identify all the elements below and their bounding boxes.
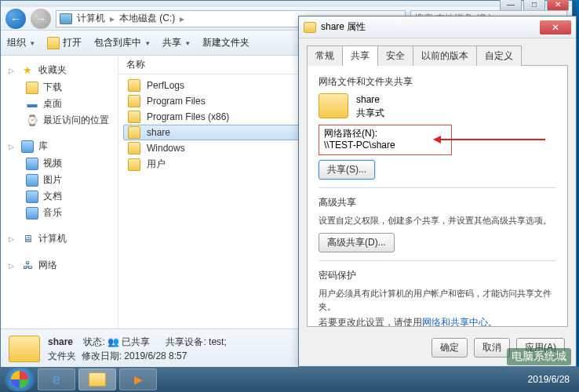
folder-icon xyxy=(47,37,60,49)
section-title: 高级共享 xyxy=(319,196,556,209)
share-folder-state: 共享式 xyxy=(356,107,384,120)
advanced-share-button[interactable]: 高级共享(D)... xyxy=(319,233,395,252)
chevron-right-icon: ▸ xyxy=(180,13,184,24)
windows-orb-icon xyxy=(11,371,28,388)
cancel-button[interactable]: 取消 xyxy=(474,338,510,358)
sidebar-item-documents[interactable]: 文档 xyxy=(9,188,110,205)
back-button[interactable]: ← xyxy=(5,9,26,29)
titlebar: — □ ✕ xyxy=(1,1,572,7)
share-menu[interactable]: 共享 xyxy=(162,36,190,49)
divider xyxy=(319,187,556,188)
advanced-desc: 设置自定义权限，创建多个共享，并设置其他高级共享选项。 xyxy=(319,214,556,227)
crumb-drive[interactable]: 本地磁盘 (C:) xyxy=(119,12,175,25)
tab-sharing[interactable]: 共享 xyxy=(342,45,378,66)
star-icon: ★ xyxy=(21,64,34,77)
organize-menu[interactable]: 组织 xyxy=(7,36,35,49)
drive-icon xyxy=(60,13,72,24)
open-button: 打开 xyxy=(47,36,82,49)
pictures-icon xyxy=(26,174,38,187)
section-title: 密码保护 xyxy=(319,269,556,282)
tab-previous[interactable]: 以前的版本 xyxy=(413,45,477,66)
folder-icon xyxy=(128,79,140,92)
folder-icon xyxy=(89,372,106,387)
network-center-link[interactable]: 网络和共享中心 xyxy=(422,317,488,327)
sidebar-item-pictures[interactable]: 图片 xyxy=(9,172,110,188)
sidebar-item-video[interactable]: 视频 xyxy=(9,155,110,172)
chevron-right-icon: ▸ xyxy=(110,13,115,24)
dialog-title: share 属性 xyxy=(321,20,366,34)
dialog-titlebar: share 属性 ✕ xyxy=(299,16,576,38)
properties-dialog: share 属性 ✕ 常规 共享 安全 以前的版本 自定义 网络文件和文件夹共享… xyxy=(298,16,577,367)
start-button[interactable] xyxy=(5,368,35,391)
clock[interactable]: 2019/6/28 xyxy=(528,374,574,385)
sidebar-favorites[interactable]: ★收藏夹 xyxy=(9,64,110,77)
recent-icon: ⌚ xyxy=(26,114,38,127)
divider xyxy=(319,260,556,261)
folder-icon xyxy=(128,111,140,123)
dialog-close-button[interactable]: ✕ xyxy=(540,20,571,34)
status-name: share xyxy=(48,336,73,347)
folder-icon xyxy=(319,93,348,118)
sidebar-item-downloads[interactable]: 下载 xyxy=(9,79,110,96)
forward-button[interactable]: → xyxy=(31,9,51,29)
video-icon xyxy=(26,158,38,170)
tab-panel: 网络文件和文件夹共享 share 共享式 网络路径(N): \\TEST-PC\… xyxy=(307,65,568,327)
sidebar-computer[interactable]: 🖥计算机 xyxy=(9,232,110,245)
newfolder-button[interactable]: 新建文件夹 xyxy=(202,36,249,49)
share-button[interactable]: 共享(S)... xyxy=(319,160,375,180)
sidebar-item-recent[interactable]: ⌚最近访问的位置 xyxy=(9,112,110,129)
folder-icon xyxy=(128,95,140,107)
media-icon: ▶ xyxy=(134,373,143,386)
folder-icon xyxy=(26,82,38,94)
sidebar-item-desktop[interactable]: ▬桌面 xyxy=(9,96,110,112)
folder-icon xyxy=(304,22,316,33)
folder-icon xyxy=(128,142,140,154)
desktop-icon: ▬ xyxy=(26,98,38,111)
section-title: 网络文件和文件夹共享 xyxy=(319,75,556,89)
sidebar-network[interactable]: 🖧网络 xyxy=(9,259,110,272)
sidebar: ★收藏夹 下载 ▬桌面 ⌚最近访问的位置 库 视频 图片 文档 音乐 🖥计算机 … xyxy=(1,56,118,328)
sidebar-libraries[interactable]: 库 xyxy=(9,140,110,153)
tab-general[interactable]: 常规 xyxy=(307,45,343,66)
task-explorer[interactable] xyxy=(78,368,116,390)
taskbar: e ▶ 2019/6/28 xyxy=(0,367,579,392)
network-icon: 🖧 xyxy=(21,260,34,272)
tab-custom[interactable]: 自定义 xyxy=(476,45,522,66)
task-ie[interactable]: e xyxy=(38,368,75,390)
library-icon xyxy=(21,140,34,153)
ok-button[interactable]: 确定 xyxy=(432,338,468,358)
task-media[interactable]: ▶ xyxy=(119,368,157,390)
crumb-computer[interactable]: 计算机 xyxy=(77,12,105,25)
include-menu[interactable]: 包含到库中 xyxy=(94,36,150,49)
ie-icon: e xyxy=(53,372,60,388)
music-icon xyxy=(26,207,38,220)
annotation-arrow xyxy=(435,139,545,140)
computer-icon: 🖥 xyxy=(21,233,34,245)
sidebar-item-music[interactable]: 音乐 xyxy=(9,205,110,221)
share-folder-name: share xyxy=(356,93,384,107)
shared-icon: 👥 xyxy=(107,336,119,347)
watermark: 电脑系统城 xyxy=(507,348,571,365)
password-desc: 用户必须具有此计算机的用户帐户和密码，才能访问共享文件夹。 xyxy=(319,287,556,313)
tab-security[interactable]: 安全 xyxy=(377,45,413,66)
network-path-value: \\TEST-PC\share xyxy=(324,140,446,152)
tab-strip: 常规 共享 安全 以前的版本 自定义 xyxy=(299,38,576,65)
folder-icon xyxy=(128,158,140,171)
documents-icon xyxy=(26,191,38,203)
status-type: 文件夹 xyxy=(48,350,76,361)
folder-icon xyxy=(9,336,40,362)
folder-icon xyxy=(128,126,140,139)
